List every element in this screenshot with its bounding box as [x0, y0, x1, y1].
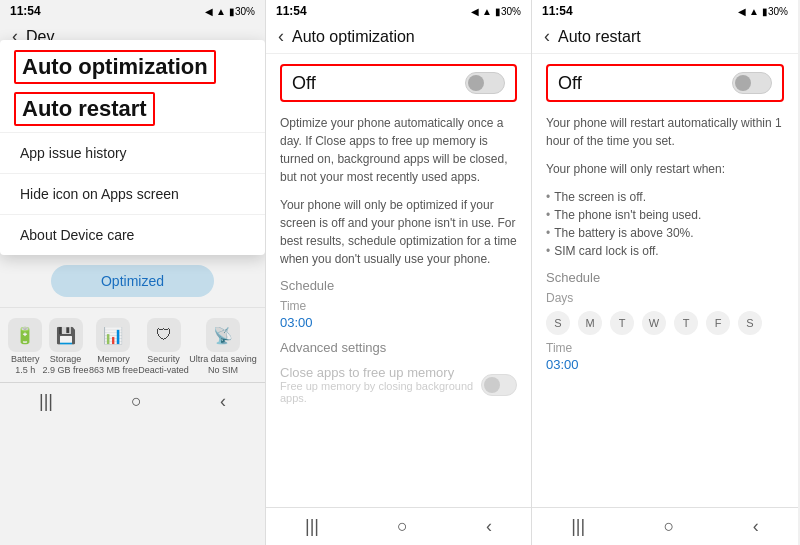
battery-icon-2: ▮30% [495, 6, 521, 17]
day-w[interactable]: W [642, 311, 666, 335]
nav-back-icon-2[interactable]: ‹ [486, 516, 492, 537]
dropdown-item-hide-icon[interactable]: Hide icon on Apps screen [0, 173, 265, 214]
close-apps-toggle[interactable] [481, 374, 517, 396]
status-icons-3: ◀ ▲ ▮30% [738, 6, 788, 17]
nav-menu-icon-3[interactable]: ||| [571, 516, 585, 537]
top-bar-3: ‹ Auto restart [532, 20, 798, 54]
desc2-2: Your phone will only be optimized if you… [280, 196, 517, 268]
schedule-title-2: Schedule [280, 278, 517, 293]
time-label-3: Time [546, 341, 784, 355]
dropdown-title-row: Auto optimization [0, 40, 265, 90]
day-t1[interactable]: T [610, 311, 634, 335]
advanced-title-2: Advanced settings [280, 340, 517, 355]
auto-restart-title: Auto restart [14, 92, 155, 126]
toggle-label-3: Off [558, 73, 582, 94]
day-s2[interactable]: S [738, 311, 762, 335]
day-m[interactable]: M [578, 311, 602, 335]
condition-1: The screen is off. [546, 188, 784, 206]
advanced-row-2: Close apps to free up memory Free up mem… [280, 361, 517, 408]
days-label-3: Days [546, 291, 784, 305]
status-bar-3: 11:54 ◀ ▲ ▮30% [532, 0, 798, 20]
nav-back-icon-3[interactable]: ‹ [753, 516, 759, 537]
day-f[interactable]: F [706, 311, 730, 335]
toggle-switch-2[interactable] [465, 72, 505, 94]
back-arrow-2[interactable]: ‹ [278, 26, 284, 47]
status-time-2: 11:54 [276, 4, 307, 18]
status-bar-2: 11:54 ◀ ▲ ▮30% [266, 0, 531, 20]
schedule-title-3: Schedule [546, 270, 784, 285]
conditions-title-3: Your phone will only restart when: [546, 160, 784, 178]
day-t2[interactable]: T [674, 311, 698, 335]
panel-3: 11:54 ◀ ▲ ▮30% ‹ Auto restart Off Your p… [532, 0, 798, 545]
signal-icon-3: ◀ [738, 6, 746, 17]
condition-2: The phone isn't being used. [546, 206, 784, 224]
time-value-3[interactable]: 03:00 [546, 357, 784, 372]
desc1-2: Optimize your phone automatically once a… [280, 114, 517, 186]
close-apps-sub: Free up memory by closing background app… [280, 380, 481, 404]
auto-opt-title: Auto optimization [14, 50, 216, 84]
panel-1: 11:54 ◀ ▲ ▮30% ‹ Dev Optimize auto Set a… [0, 0, 266, 545]
close-apps-text: Close apps to free up memory Free up mem… [280, 365, 481, 404]
battery-icon-3: ▮30% [762, 6, 788, 17]
dropdown-item-app-issue[interactable]: App issue history [0, 132, 265, 173]
dropdown-item-about[interactable]: About Device care [0, 214, 265, 255]
signal-icon-2: ◀ [471, 6, 479, 17]
nav-bar-2: ||| ○ ‹ [266, 507, 531, 545]
status-icons-2: ◀ ▲ ▮30% [471, 6, 521, 17]
panel-2: 11:54 ◀ ▲ ▮30% ‹ Auto optimization Off O… [266, 0, 532, 545]
panel3-content: Off Your phone will restart automaticall… [532, 54, 798, 507]
nav-home-icon-3[interactable]: ○ [664, 516, 675, 537]
close-apps-label: Close apps to free up memory [280, 365, 481, 380]
nav-menu-icon-2[interactable]: ||| [305, 516, 319, 537]
conditions-list: The screen is off. The phone isn't being… [546, 188, 784, 260]
page-title-3: Auto restart [558, 28, 641, 46]
days-row: S M T W T F S [546, 311, 784, 335]
back-arrow-3[interactable]: ‹ [544, 26, 550, 47]
nav-home-icon-2[interactable]: ○ [397, 516, 408, 537]
time-value-2[interactable]: 03:00 [280, 315, 517, 330]
day-s1[interactable]: S [546, 311, 570, 335]
top-bar-2: ‹ Auto optimization [266, 20, 531, 54]
nav-bar-3: ||| ○ ‹ [532, 507, 798, 545]
wifi-icon-3: ▲ [749, 6, 759, 17]
status-time-3: 11:54 [542, 4, 573, 18]
panel2-content: Off Optimize your phone automatically on… [266, 54, 531, 507]
toggle-switch-3[interactable] [732, 72, 772, 94]
desc-3: Your phone will restart automatically wi… [546, 114, 784, 150]
condition-4: SIM card lock is off. [546, 242, 784, 260]
dropdown-box: Auto optimization Auto restart App issue… [0, 40, 265, 255]
wifi-icon-2: ▲ [482, 6, 492, 17]
page-title-2: Auto optimization [292, 28, 415, 46]
toggle-row-2[interactable]: Off [280, 64, 517, 102]
time-label-2: Time [280, 299, 517, 313]
dropdown-restart-row: Auto restart [0, 90, 265, 132]
toggle-label-2: Off [292, 73, 316, 94]
toggle-row-3[interactable]: Off [546, 64, 784, 102]
condition-3: The battery is above 30%. [546, 224, 784, 242]
